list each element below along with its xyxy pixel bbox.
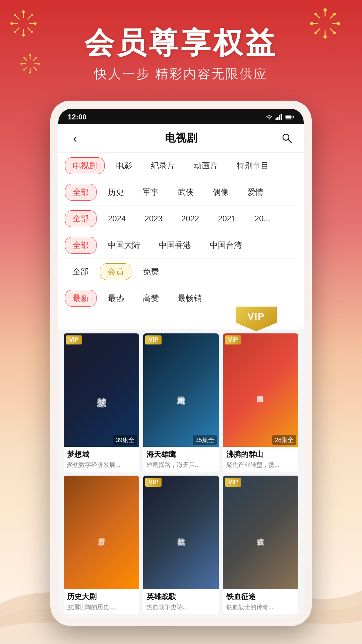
card-desc-4: 波澜壮阔的历史... bbox=[67, 603, 136, 611]
filter-row-genre: 全部 历史 军事 武侠 偶像 爱情 bbox=[65, 179, 297, 206]
content-card-2[interactable]: 海天雄鹰 VIP 35集全 海天雄鹰 雄鹰探路，海天启... bbox=[143, 333, 219, 472]
search-icon bbox=[282, 133, 292, 144]
filter-chip-documentary[interactable]: 纪录片 bbox=[143, 158, 182, 174]
card-info-5: 英雄战歌 热血战争史诗... bbox=[143, 589, 219, 614]
filter-chip-all-region[interactable]: 全部 bbox=[65, 237, 97, 254]
filter-row-sort: 最新 最热 高赞 最畅销 bbox=[65, 285, 297, 309]
filter-chip-special[interactable]: 特别节目 bbox=[229, 158, 276, 174]
svg-point-14 bbox=[10, 22, 13, 25]
filter-row-type: 电视剧 电影 纪录片 动画片 特别节目 bbox=[65, 153, 297, 179]
card-desc-6: 铁血战士的传奇... bbox=[226, 603, 295, 611]
episode-count-3: 28集全 bbox=[272, 435, 296, 445]
svg-line-57 bbox=[288, 140, 291, 143]
battery-icon bbox=[285, 114, 294, 120]
card-thumb-3: 沸腾的群山 VIP 28集全 bbox=[223, 333, 298, 447]
svg-point-9 bbox=[31, 14, 33, 16]
filter-chip-military[interactable]: 军事 bbox=[135, 184, 166, 200]
filter-chip-2021[interactable]: 2021 bbox=[210, 211, 243, 226]
filter-chip-top-rated[interactable]: 高赞 bbox=[135, 290, 166, 306]
filter-chip-newest[interactable]: 最新 bbox=[65, 290, 97, 307]
card-title-5: 英雄战歌 bbox=[146, 592, 215, 602]
vip-ribbon-container: VIP bbox=[58, 309, 304, 329]
search-button[interactable] bbox=[280, 131, 294, 146]
nav-bar: ‹ 电视剧 bbox=[58, 124, 304, 153]
svg-rect-55 bbox=[293, 116, 294, 118]
filter-chip-romance[interactable]: 爱情 bbox=[240, 184, 271, 200]
svg-point-8 bbox=[22, 10, 25, 13]
status-time: 12:00 bbox=[68, 113, 86, 121]
filter-section: 电视剧 电影 纪录片 动画片 特别节目 全部 历史 军事 武侠 偶像 爱情 全部… bbox=[58, 153, 304, 309]
svg-rect-51 bbox=[279, 115, 280, 120]
card-title-3: 沸腾的群山 bbox=[226, 449, 295, 460]
filter-chip-hongkong[interactable]: 中国香港 bbox=[152, 237, 198, 253]
svg-rect-52 bbox=[281, 114, 282, 120]
filter-chip-all-year[interactable]: 全部 bbox=[65, 210, 97, 227]
svg-point-31 bbox=[314, 13, 317, 15]
filter-row-region: 全部 中国大陆 中国香港 中国台湾 bbox=[65, 232, 297, 259]
filter-chip-all-access[interactable]: 全部 bbox=[65, 264, 96, 280]
content-grid: 梦想城 VIP 39集全 梦想城 聚焦数字经济发展... 海天雄鹰 VIP bbox=[58, 329, 304, 618]
svg-line-7 bbox=[16, 16, 19, 19]
card-info-2: 海天雄鹰 雄鹰探路，海天启... bbox=[143, 447, 219, 472]
vip-badge-6: VIP bbox=[225, 478, 241, 487]
filter-chip-taiwan[interactable]: 中国台湾 bbox=[202, 237, 249, 253]
card-info-3: 沸腾的群山 聚焦产业转型，携... bbox=[223, 447, 298, 472]
card-title-4: 历史大剧 bbox=[67, 592, 136, 602]
svg-line-1 bbox=[28, 16, 31, 19]
status-bar: 12:00 bbox=[58, 109, 304, 124]
card-desc-3: 聚焦产业转型，携... bbox=[226, 461, 295, 469]
filter-chip-vip[interactable]: 会员 bbox=[100, 263, 131, 280]
filter-chip-bestseller[interactable]: 最畅销 bbox=[170, 290, 209, 306]
filter-chip-idol[interactable]: 偶像 bbox=[205, 184, 236, 200]
episode-count-2: 35集全 bbox=[193, 435, 217, 445]
filter-chip-tvdrama[interactable]: 电视剧 bbox=[65, 157, 105, 174]
card-title-2: 海天雄鹰 bbox=[146, 449, 215, 460]
content-card-6[interactable]: 铁血征途 VIP 铁血征途 铁血战士的传奇... bbox=[223, 476, 298, 614]
phone-inner: 12:00 bbox=[58, 109, 304, 618]
card-title-6: 铁血征途 bbox=[226, 592, 295, 602]
vip-badge-1: VIP bbox=[66, 335, 82, 344]
back-button[interactable]: ‹ bbox=[68, 131, 82, 146]
svg-point-30 bbox=[310, 22, 313, 25]
filter-chip-free[interactable]: 免费 bbox=[135, 264, 166, 280]
svg-rect-49 bbox=[276, 118, 277, 120]
filter-chip-wuxia[interactable]: 武侠 bbox=[170, 184, 201, 200]
svg-rect-54 bbox=[286, 116, 292, 119]
filter-chip-2024[interactable]: 2024 bbox=[101, 211, 133, 226]
svg-point-15 bbox=[14, 14, 16, 16]
svg-point-24 bbox=[323, 8, 327, 12]
status-icons bbox=[265, 114, 294, 120]
content-card-3[interactable]: 沸腾的群山 VIP 28集全 沸腾的群山 聚焦产业转型，携... bbox=[223, 333, 298, 472]
vip-ribbon: VIP bbox=[236, 307, 277, 331]
card-desc-5: 热血战争史诗... bbox=[146, 603, 215, 611]
filter-chip-movie[interactable]: 电影 bbox=[109, 158, 139, 174]
nav-title: 电视剧 bbox=[165, 131, 197, 146]
filter-chip-2022[interactable]: 2022 bbox=[174, 211, 206, 226]
signal-icon bbox=[276, 114, 282, 120]
card-thumb-5: 英雄战歌 VIP bbox=[143, 476, 219, 589]
svg-rect-50 bbox=[277, 117, 279, 120]
filter-chip-all-genre[interactable]: 全部 bbox=[65, 184, 97, 201]
svg-point-26 bbox=[337, 22, 340, 25]
filter-chip-mainland[interactable]: 中国大陆 bbox=[101, 237, 147, 253]
card-title-1: 梦想城 bbox=[67, 449, 136, 460]
filter-chip-history[interactable]: 历史 bbox=[101, 184, 131, 200]
card-thumb-6: 铁血征途 VIP bbox=[223, 476, 298, 589]
card-info-1: 梦想城 聚焦数字经济发展... bbox=[64, 447, 139, 472]
filter-chip-animation[interactable]: 动画片 bbox=[186, 158, 225, 174]
svg-point-25 bbox=[333, 13, 336, 15]
filter-chip-more-years[interactable]: 20... bbox=[247, 211, 278, 226]
card-thumb-2: 海天雄鹰 VIP 35集全 bbox=[143, 333, 219, 447]
content-card-4[interactable]: 革命岁月 历史大剧 波澜壮阔的历史... bbox=[64, 476, 139, 614]
filter-chip-2023[interactable]: 2023 bbox=[137, 211, 170, 226]
card-info-6: 铁血征途 铁血战士的传奇... bbox=[223, 589, 298, 614]
wifi-icon bbox=[265, 114, 273, 120]
episode-count-1: 39集全 bbox=[113, 435, 137, 445]
filter-row-year: 全部 2024 2023 2022 2021 20... bbox=[65, 206, 297, 232]
content-card-5[interactable]: 英雄战歌 VIP 英雄战歌 热血战争史诗... bbox=[143, 476, 219, 614]
card-info-4: 历史大剧 波澜壮阔的历史... bbox=[64, 589, 139, 614]
hero-subtitle: 快人一步 精彩内容无限供应 bbox=[0, 65, 362, 83]
filter-chip-hottest[interactable]: 最热 bbox=[101, 290, 131, 306]
content-card-1[interactable]: 梦想城 VIP 39集全 梦想城 聚焦数字经济发展... bbox=[64, 333, 139, 472]
svg-point-10 bbox=[34, 22, 37, 25]
